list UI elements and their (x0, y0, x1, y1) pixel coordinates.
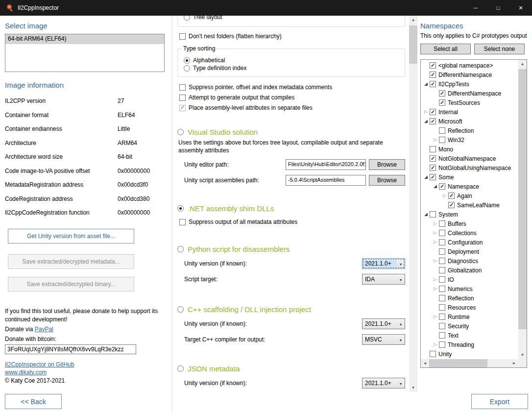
tree-item-again[interactable]: Again (421, 191, 518, 200)
namespace-checkbox[interactable] (439, 127, 445, 134)
tree-item-differentnamespace[interactable]: DifferentNamespace (421, 70, 518, 79)
tree-item-numerics[interactable]: Numerics (421, 284, 518, 293)
scrollbar-thumb[interactable] (429, 359, 487, 367)
scroll-down-icon[interactable] (409, 384, 417, 392)
radio-button[interactable] (184, 57, 190, 64)
tree-item-global-namespace[interactable]: <global namespace> (421, 61, 518, 70)
dropdown-arrow-icon[interactable] (397, 276, 405, 283)
expander-collapsed-icon[interactable] (432, 138, 439, 142)
tree-item-some[interactable]: Some (421, 172, 518, 182)
unity-version-combobox[interactable]: 2021.1.0+ (362, 378, 405, 389)
namespace-checkbox[interactable] (439, 183, 445, 190)
checkbox-dont-nest-folders[interactable]: Don't nest folders (flatten hierarchy) (179, 33, 405, 40)
tree-item-text[interactable]: Text (421, 331, 518, 340)
tree-item-globalization[interactable]: Globalization (421, 266, 518, 275)
tree-item-differentnamespace[interactable]: DifferentNamespace (421, 89, 518, 98)
namespace-checkbox[interactable] (439, 248, 445, 255)
tree-item-configuration[interactable]: Configuration (421, 238, 518, 247)
cpp-compiler-combobox[interactable]: MSVC (362, 334, 405, 345)
select-all-button[interactable]: Select all (420, 44, 471, 54)
unity-assemblies-path-input[interactable]: -5.0.4\ScriptAssemblies (286, 175, 366, 186)
namespace-checkbox[interactable] (430, 155, 436, 162)
namespace-checkbox[interactable] (430, 72, 436, 78)
browse-assemblies-path-button[interactable]: Browse (369, 175, 405, 186)
namespace-checkbox[interactable] (439, 220, 445, 227)
github-link[interactable]: Il2CppInspector on GitHub (5, 361, 168, 368)
bitcoin-address-input[interactable] (5, 344, 136, 354)
tree-item-internal[interactable]: Internal (421, 107, 518, 117)
close-icon[interactable]: ✕ (509, 0, 532, 16)
tree-item-namespace[interactable]: Namespace (421, 182, 518, 191)
select-none-button[interactable]: Select none (474, 44, 525, 54)
tree-item-mono[interactable]: Mono (421, 145, 518, 154)
expander-collapsed-icon[interactable] (432, 221, 439, 226)
namespace-checkbox[interactable] (439, 286, 445, 292)
tree-item-deployment[interactable]: Deployment (421, 247, 518, 256)
radio-tree-layout[interactable]: Tree layout (184, 16, 399, 21)
namespace-checkbox[interactable] (439, 314, 445, 320)
tree-item-security[interactable]: Security (421, 321, 518, 331)
tree-item-testsources[interactable]: TestSources (421, 98, 518, 107)
namespace-checkbox[interactable] (439, 295, 445, 301)
namespace-checkbox[interactable] (439, 90, 445, 97)
script-target-combobox[interactable]: IDA (362, 274, 405, 285)
namespace-checkbox[interactable] (439, 341, 445, 348)
dropdown-arrow-icon[interactable] (397, 336, 405, 343)
namespace-checkbox[interactable] (439, 267, 445, 273)
checkbox-suppress-metadata-comments[interactable]: Suppress pointer, offset and index metad… (179, 84, 405, 91)
tree-item-notglobalnamespace[interactable]: NotGlobalNamespace (421, 154, 518, 163)
scrollbar-track[interactable] (429, 359, 510, 367)
website-link[interactable]: www.djkaty.com (5, 369, 168, 376)
middle-vertical-scrollbar[interactable] (409, 16, 417, 392)
expander-expanded-icon[interactable] (432, 184, 439, 189)
expander-collapsed-icon[interactable] (422, 110, 430, 114)
expander-expanded-icon[interactable] (422, 119, 430, 123)
expander-expanded-icon[interactable] (422, 82, 430, 86)
expander-collapsed-icon[interactable] (441, 194, 448, 198)
tree-item-io[interactable]: IO (421, 275, 518, 284)
namespace-checkbox[interactable] (439, 276, 445, 283)
scrollbar-track[interactable] (518, 68, 527, 351)
scrollbar-track[interactable] (409, 24, 417, 384)
radio-button[interactable] (177, 129, 184, 135)
expander-collapsed-icon[interactable] (432, 231, 439, 235)
radio-button[interactable] (184, 16, 190, 21)
tree-item-reflection[interactable]: Reflection (421, 126, 518, 135)
namespace-checkbox[interactable] (439, 258, 445, 264)
namespace-checkbox[interactable] (430, 165, 436, 171)
radio-button[interactable] (177, 306, 184, 313)
namespace-checkbox[interactable] (439, 304, 445, 311)
checkbox-box[interactable] (179, 84, 186, 91)
expander-collapsed-icon[interactable] (432, 259, 439, 263)
image-list-item[interactable]: 64-bit ARM64 (ELF64) (5, 34, 164, 44)
scrollbar-thumb[interactable] (409, 25, 417, 64)
checkbox-compilable-output[interactable]: Attempt to generate output that compiles (179, 94, 405, 101)
scroll-up-icon[interactable] (518, 60, 527, 68)
tree-vertical-scrollbar[interactable] (518, 60, 527, 359)
namespace-checkbox[interactable] (439, 99, 445, 106)
namespace-checkbox[interactable] (430, 118, 436, 124)
expander-collapsed-icon[interactable] (432, 240, 439, 244)
namespace-checkbox[interactable] (439, 137, 445, 143)
scrollbar-thumb[interactable] (518, 69, 527, 329)
expander-expanded-icon[interactable] (422, 175, 430, 179)
expander-collapsed-icon[interactable] (432, 315, 439, 319)
tree-item-runtime[interactable]: Runtime (421, 312, 518, 321)
namespace-checkbox[interactable] (430, 109, 436, 115)
tree-item-sameleafname[interactable]: SameLeafName (421, 200, 518, 210)
tree-item-buffers[interactable]: Buffers (421, 219, 518, 228)
scroll-up-icon[interactable] (409, 16, 417, 24)
radio-visual-studio-solution[interactable]: Visual Studio solution (177, 128, 405, 136)
unity-version-combobox[interactable]: 2021.1.0+ (362, 318, 405, 329)
namespace-checkbox[interactable] (430, 81, 436, 87)
namespace-checkbox[interactable] (439, 332, 445, 339)
maximize-icon[interactable]: □ (487, 0, 509, 16)
namespace-checkbox[interactable] (430, 146, 436, 152)
tree-item-reflection[interactable]: Reflection (421, 293, 518, 303)
tree-item-notglobalusingnamespace[interactable]: NotGlobalUsingNamespace (421, 163, 518, 172)
radio-button[interactable] (177, 246, 184, 252)
get-unity-version-button[interactable]: Get Unity version from asset file... (8, 229, 134, 243)
image-listbox[interactable]: 64-bit ARM64 (ELF64) (5, 34, 165, 72)
tree-item-win32[interactable]: Win32 (421, 135, 518, 145)
tree-item-resources[interactable]: Resources (421, 303, 518, 312)
